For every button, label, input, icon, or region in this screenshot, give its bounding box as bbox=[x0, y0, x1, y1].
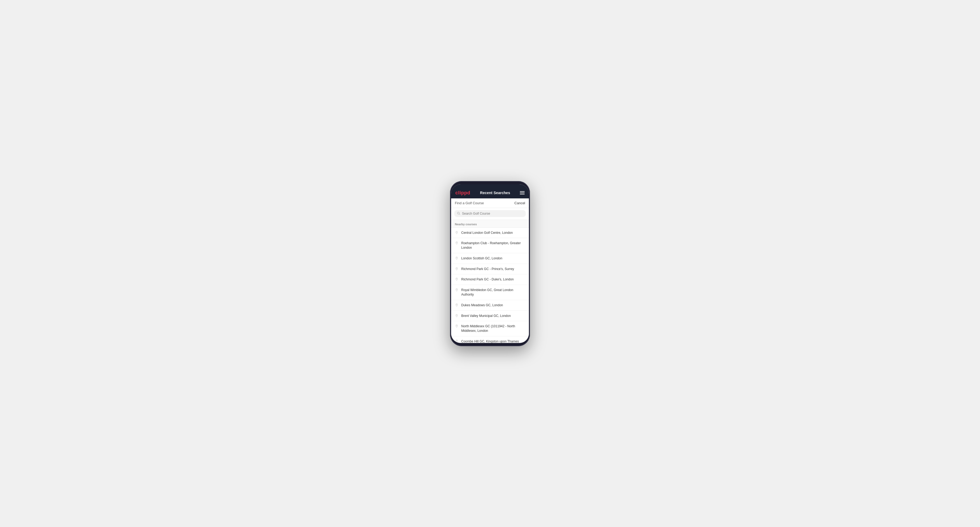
course-name: Central London Golf Centre, London bbox=[461, 231, 513, 235]
search-box-wrap bbox=[451, 208, 529, 220]
svg-point-4 bbox=[457, 257, 457, 258]
pin-icon bbox=[455, 278, 458, 281]
cancel-button[interactable]: Cancel bbox=[514, 201, 525, 205]
menu-bar-2 bbox=[520, 192, 525, 193]
pin-icon bbox=[455, 303, 458, 307]
app-header: clippd Recent Searches bbox=[451, 188, 529, 198]
svg-point-7 bbox=[457, 289, 457, 290]
find-label: Find a Golf Course bbox=[455, 201, 484, 205]
nearby-header: Nearby courses bbox=[451, 220, 529, 228]
svg-point-9 bbox=[457, 315, 457, 315]
svg-point-11 bbox=[457, 341, 457, 341]
search-input[interactable] bbox=[462, 212, 523, 216]
svg-point-3 bbox=[457, 242, 457, 243]
search-icon bbox=[457, 212, 460, 215]
course-name: Brent Valley Municipal GC, London bbox=[461, 314, 511, 318]
pin-icon bbox=[455, 231, 458, 235]
nearby-section: Nearby courses Central London Golf Centr… bbox=[451, 220, 529, 343]
pin-icon bbox=[455, 267, 458, 271]
find-bar: Find a Golf Course Cancel bbox=[451, 198, 529, 208]
menu-bar-3 bbox=[520, 194, 525, 194]
course-name: Dukes Meadows GC, London bbox=[461, 303, 503, 308]
course-name: North Middlesex GC (1011942 - North Midd… bbox=[461, 324, 525, 333]
svg-point-2 bbox=[457, 232, 457, 232]
svg-point-5 bbox=[457, 268, 457, 268]
list-item[interactable]: Dukes Meadows GC, London bbox=[451, 300, 529, 311]
phone-wrapper: clippd Recent Searches Find a Golf Cours… bbox=[450, 181, 530, 346]
list-item[interactable]: North Middlesex GC (1011942 - North Midd… bbox=[451, 321, 529, 337]
svg-point-10 bbox=[457, 325, 457, 326]
phone-screen: clippd Recent Searches Find a Golf Cours… bbox=[451, 184, 529, 343]
pin-icon bbox=[455, 241, 458, 245]
course-name: Roehampton Club - Roehampton, Greater Lo… bbox=[461, 241, 525, 250]
list-item[interactable]: Richmond Park GC - Prince's, Surrey bbox=[451, 264, 529, 275]
status-bar bbox=[451, 184, 529, 188]
app-logo: clippd bbox=[455, 190, 470, 196]
menu-bar-1 bbox=[520, 191, 525, 192]
list-item[interactable]: Brent Valley Municipal GC, London bbox=[451, 311, 529, 321]
svg-point-8 bbox=[457, 304, 457, 305]
pin-icon bbox=[455, 288, 458, 292]
svg-line-1 bbox=[459, 214, 460, 214]
list-item[interactable]: Royal Wimbledon GC, Great London Authori… bbox=[451, 285, 529, 300]
svg-point-0 bbox=[458, 212, 459, 214]
pin-icon bbox=[455, 340, 458, 343]
main-content: Find a Golf Course Cancel Nearby bbox=[451, 198, 529, 343]
course-name: Royal Wimbledon GC, Great London Authori… bbox=[461, 288, 525, 297]
pin-icon bbox=[455, 324, 458, 328]
list-item[interactable]: Coombe Hill GC, Kingston upon Thames bbox=[451, 337, 529, 343]
course-name: Richmond Park GC - Duke's, London bbox=[461, 277, 514, 282]
search-box[interactable] bbox=[454, 210, 526, 217]
course-name: Richmond Park GC - Prince's, Surrey bbox=[461, 267, 514, 271]
list-item[interactable]: Richmond Park GC - Duke's, London bbox=[451, 274, 529, 285]
pin-icon bbox=[455, 314, 458, 318]
list-item[interactable]: Central London Golf Centre, London bbox=[451, 228, 529, 238]
phone-frame: clippd Recent Searches Find a Golf Cours… bbox=[450, 181, 530, 346]
header-title: Recent Searches bbox=[480, 190, 510, 195]
svg-point-6 bbox=[457, 279, 457, 279]
list-item[interactable]: Roehampton Club - Roehampton, Greater Lo… bbox=[451, 238, 529, 253]
list-item[interactable]: London Scottish GC, London bbox=[451, 253, 529, 264]
course-name: Coombe Hill GC, Kingston upon Thames bbox=[461, 339, 519, 343]
course-name: London Scottish GC, London bbox=[461, 256, 502, 261]
menu-icon[interactable] bbox=[520, 191, 525, 194]
pin-icon bbox=[455, 256, 458, 260]
